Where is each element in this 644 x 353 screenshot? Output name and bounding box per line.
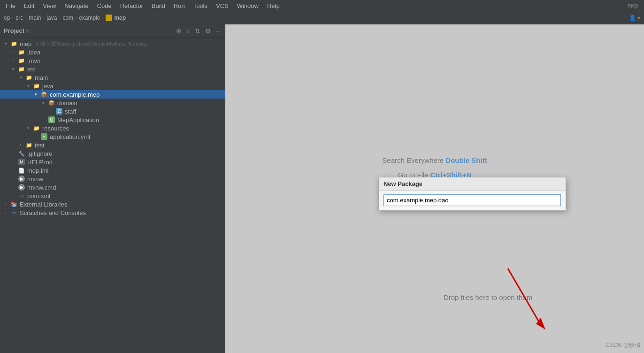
folder-icon-mvn: 📁 xyxy=(18,57,25,64)
red-arrow xyxy=(494,264,550,339)
yml-icon-application: Y xyxy=(40,133,48,140)
arrow-test: › xyxy=(17,141,24,149)
arrow-com-example-mep: ▾ xyxy=(32,91,39,98)
com-example-mep-label: com.example.mep xyxy=(49,91,100,98)
tree-item-external-libraries[interactable]: › 📚 External Libraries xyxy=(0,200,225,208)
breadcrumb-example[interactable]: example xyxy=(79,15,100,21)
new-package-input[interactable] xyxy=(383,194,561,206)
breadcrumb-src[interactable]: src xyxy=(15,15,23,21)
shell-icon-mvnw: ▶ xyxy=(18,175,25,183)
menu-view[interactable]: View xyxy=(39,1,60,10)
folder-icon-src: 📁 xyxy=(18,65,25,73)
mep-application-label: MepApplication xyxy=(56,116,99,123)
settings-icon[interactable]: ⚙ xyxy=(204,27,213,35)
breadcrumb-ep[interactable]: ep xyxy=(4,15,10,21)
breadcrumb-java[interactable]: java xyxy=(46,15,57,21)
menu-run[interactable]: Run xyxy=(170,1,189,10)
arrow-java: ▾ xyxy=(24,82,32,90)
breadcrumb-main[interactable]: main xyxy=(29,15,41,21)
menu-tools[interactable]: Tools xyxy=(190,1,211,10)
tree-item-mvnw-cmd[interactable]: ▾ ▶ mvnw.cmd xyxy=(0,183,225,192)
sidebar-header: Project ▾ ⊕ ≡ ⇅ ⚙ − xyxy=(0,24,225,38)
user-icon[interactable]: 👤 ▾ xyxy=(629,15,640,21)
tree-item-mep-iml[interactable]: ▾ 📄 mep.iml xyxy=(0,166,225,175)
tree-item-help-md[interactable]: ▾ M HELP.md xyxy=(0,158,225,166)
breadcrumb-folder-icon xyxy=(106,15,112,21)
sidebar-header-icons: ⊕ ≡ ⇅ ⚙ − xyxy=(175,27,221,35)
tree-item-pom-xml[interactable]: ▾ m pom.xml xyxy=(0,192,225,200)
menu-bar: File Edit View Navigate Code Refactor Bu… xyxy=(0,0,644,11)
shortcut-search-everywhere: Double Shift xyxy=(445,156,487,164)
hint-search-everywhere: Search Everywhere Double Shift xyxy=(382,156,487,164)
tree-item-domain[interactable]: ▾ 📦 domain xyxy=(0,99,225,107)
tree-item-application-yml[interactable]: ▾ Y application.yml xyxy=(0,132,225,141)
mep-path: D:\学习案例\integrationMyBatis\MyBatisPlus\m… xyxy=(34,40,147,47)
popup-input-container xyxy=(379,191,566,210)
sidebar-title-arrow: ▾ xyxy=(26,28,29,33)
tree-item-idea[interactable]: › 📁 .idea xyxy=(0,48,225,56)
folder-icon-mep: 📁 xyxy=(10,40,18,47)
gitignore-icon: 🔧 xyxy=(18,150,25,157)
arrow-scratches: › xyxy=(2,209,9,216)
menu-code[interactable]: Code xyxy=(93,1,115,10)
src-label: src xyxy=(26,66,35,73)
popup-header: New Package xyxy=(379,177,566,191)
tree-item-mep-application[interactable]: ▾ C MepApplication xyxy=(0,115,225,124)
tree-item-java[interactable]: ▾ 📁 java xyxy=(0,82,225,90)
tree-item-resources[interactable]: ▾ 📁 resources xyxy=(0,124,225,132)
idea-label: .idea xyxy=(26,49,40,56)
folder-icon-resources: 📁 xyxy=(33,124,40,132)
breadcrumb-bar: ep › src › main › java › com › example ›… xyxy=(0,11,644,24)
gitignore-label: .gitignore xyxy=(26,150,52,157)
mep-iml-label: mep.iml xyxy=(26,167,49,174)
menu-edit[interactable]: Edit xyxy=(20,1,38,10)
window-title: mep xyxy=(628,2,642,9)
breadcrumb-mep[interactable]: mep xyxy=(114,15,126,21)
hide-icon[interactable]: − xyxy=(215,27,221,35)
tree-item-gitignore[interactable]: ▾ 🔧 .gitignore xyxy=(0,149,225,158)
tree-item-mvnw[interactable]: ▾ ▶ mvnw xyxy=(0,175,225,183)
class-icon-mep-application: C xyxy=(48,116,55,123)
tree-item-com-example-mep[interactable]: ▾ 📦 com.example.mep xyxy=(0,90,225,99)
tree-item-staff[interactable]: ▾ C staff xyxy=(0,107,225,115)
menu-vcs[interactable]: VCS xyxy=(212,1,232,10)
tree-item-test[interactable]: › 📁 test xyxy=(0,141,225,149)
breadcrumb-com[interactable]: com xyxy=(62,15,73,21)
domain-label: domain xyxy=(56,100,77,107)
mep-label: mep xyxy=(19,40,31,47)
scratch-icon: ✏ xyxy=(10,209,18,216)
arrow-mvn: › xyxy=(9,57,17,64)
arrow-main: ▾ xyxy=(17,74,24,81)
menu-window[interactable]: Window xyxy=(233,1,262,10)
menu-navigate[interactable]: Navigate xyxy=(61,1,92,10)
menu-build[interactable]: Build xyxy=(148,1,169,10)
menu-refactor[interactable]: Refactor xyxy=(116,1,147,10)
locate-icon[interactable]: ⊕ xyxy=(175,27,183,35)
mvnw-cmd-label: mvnw.cmd xyxy=(26,184,56,191)
tree-item-scratches[interactable]: › ✏ Scratches and Consoles xyxy=(0,208,225,217)
mvn-label: .mvn xyxy=(26,57,40,64)
expand-icon[interactable]: ⇅ xyxy=(193,27,202,35)
mvnw-label: mvnw xyxy=(26,176,43,183)
tree-item-src[interactable]: ▾ 📁 src xyxy=(0,65,225,73)
project-tree[interactable]: ▾ 📁 mep D:\学习案例\integrationMyBatis\MyBat… xyxy=(0,38,225,353)
content-area: Search Everywhere Double Shift Go to Fil… xyxy=(225,24,644,353)
tree-item-main[interactable]: ▾ 📁 main xyxy=(0,73,225,82)
tree-item-mvn[interactable]: › 📁 .mvn xyxy=(0,56,225,65)
external-libraries-label: External Libraries xyxy=(19,201,67,208)
menu-file[interactable]: File xyxy=(2,1,19,10)
collapse-all-icon[interactable]: ≡ xyxy=(185,27,192,35)
md-icon-help: M xyxy=(18,158,25,166)
resources-label: resources xyxy=(41,125,69,132)
tree-item-mep[interactable]: ▾ 📁 mep D:\学习案例\integrationMyBatis\MyBat… xyxy=(0,39,225,48)
main-label: main xyxy=(34,74,48,81)
package-icon-domain: 📦 xyxy=(48,99,55,107)
project-sidebar: Project ▾ ⊕ ≡ ⇅ ⚙ − ▾ 📁 mep D:\学习案例\inte… xyxy=(0,24,225,353)
application-yml-label: application.yml xyxy=(49,133,90,140)
arrow-src: ▾ xyxy=(9,65,17,73)
external-libs-icon: 📚 xyxy=(10,200,18,208)
iml-icon-mep: 📄 xyxy=(18,167,25,174)
xml-icon-pom: m xyxy=(18,192,25,200)
menu-help[interactable]: Help xyxy=(263,1,284,10)
package-icon-com-example-mep: 📦 xyxy=(40,91,48,98)
